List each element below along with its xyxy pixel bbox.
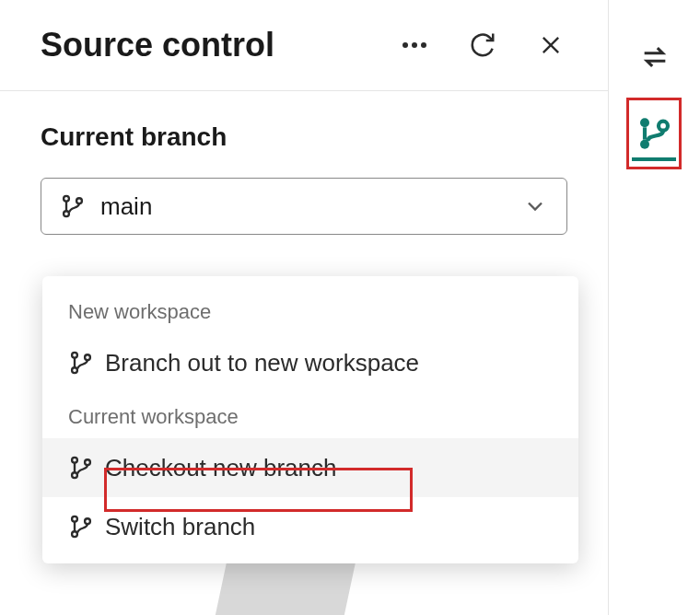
panel-content: Current branch main: [0, 91, 608, 266]
section-title: Current branch: [41, 122, 567, 152]
source-control-icon: [636, 115, 672, 152]
dropdown-group-new-workspace: New workspace: [42, 287, 578, 333]
svg-point-16: [85, 518, 90, 524]
svg-point-0: [402, 42, 408, 48]
chevron-down-icon: [522, 193, 548, 219]
svg-point-1: [412, 42, 417, 48]
svg-point-10: [85, 354, 90, 360]
branch-select[interactable]: main: [41, 178, 567, 235]
refresh-button[interactable]: [466, 29, 499, 62]
svg-point-9: [72, 367, 77, 373]
svg-point-19: [659, 122, 668, 131]
svg-point-14: [72, 516, 77, 522]
branch-select-value: main: [100, 192, 522, 221]
background-shape: [216, 562, 356, 615]
svg-point-11: [72, 458, 77, 463]
branch-icon: [60, 193, 86, 219]
menu-item-label: Checkout new branch: [105, 454, 336, 482]
more-icon: [402, 41, 427, 49]
svg-point-2: [421, 42, 426, 48]
svg-point-17: [640, 118, 649, 127]
branch-icon: [68, 514, 94, 540]
svg-point-5: [64, 196, 69, 202]
close-button[interactable]: [534, 29, 567, 62]
panel-title: Source control: [41, 26, 398, 64]
rail-sync-button[interactable]: [635, 37, 675, 77]
menu-item-switch-branch[interactable]: Switch branch: [42, 497, 578, 556]
dropdown-group-current-workspace: Current workspace: [42, 392, 578, 438]
svg-point-8: [72, 353, 77, 358]
menu-item-label: Switch branch: [105, 513, 255, 541]
close-icon: [538, 32, 564, 58]
menu-item-branch-out[interactable]: Branch out to new workspace: [42, 333, 578, 392]
more-button[interactable]: [398, 29, 431, 62]
svg-point-6: [64, 211, 69, 216]
rail-active-indicator: [632, 157, 676, 161]
menu-item-label: Branch out to new workspace: [105, 349, 419, 377]
header-actions: [398, 29, 567, 62]
sync-arrows-icon: [639, 41, 671, 73]
svg-point-12: [72, 472, 77, 478]
panel-header: Source control: [0, 0, 608, 91]
branch-dropdown: New workspace Branch out to new workspac…: [42, 276, 578, 563]
svg-point-7: [76, 198, 82, 203]
svg-point-13: [85, 459, 90, 465]
menu-item-checkout-new[interactable]: Checkout new branch: [42, 438, 578, 497]
branch-icon: [68, 350, 94, 376]
refresh-icon: [469, 31, 496, 59]
rail-highlight-source-control[interactable]: [626, 98, 682, 169]
source-control-panel: Source control Current branch main New w…: [0, 0, 608, 615]
right-rail: [608, 0, 700, 615]
branch-icon: [68, 455, 94, 481]
svg-point-15: [72, 531, 77, 537]
